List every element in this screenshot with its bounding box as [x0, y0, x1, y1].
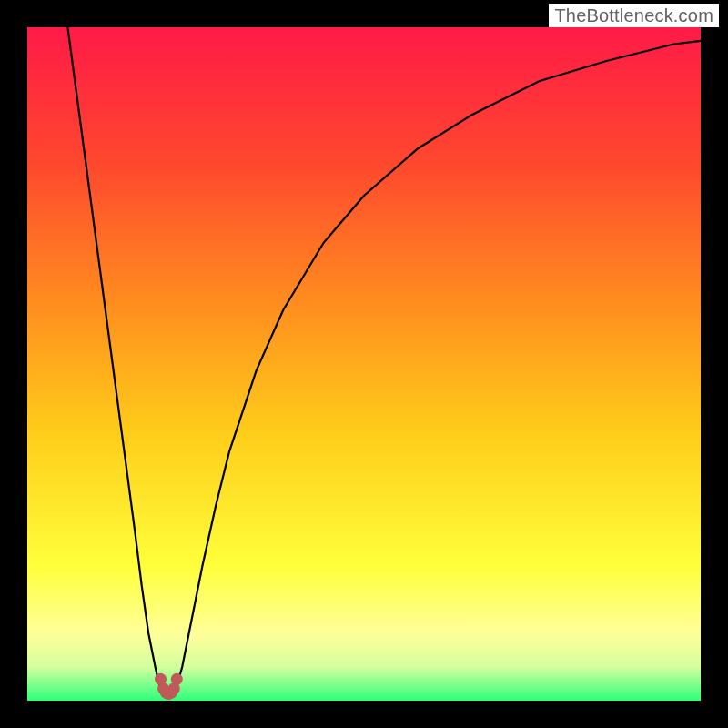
- plot-area: [27, 27, 701, 701]
- gradient-background: [27, 27, 701, 701]
- watermark-label: TheBottleneck.com: [549, 4, 719, 27]
- chart-svg: [27, 27, 701, 701]
- chart-frame: TheBottleneck.com: [0, 0, 728, 728]
- minimum-dot: [171, 673, 183, 685]
